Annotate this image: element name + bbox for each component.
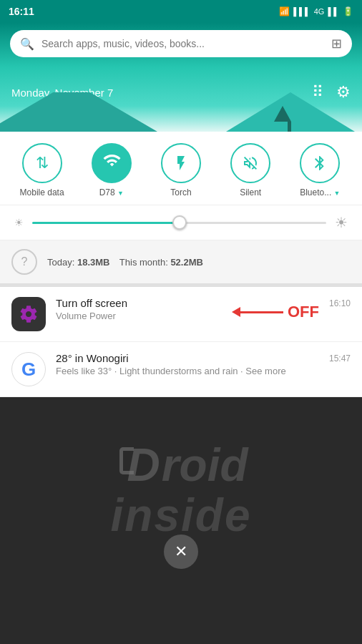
close-button[interactable]: ✕ <box>164 535 198 569</box>
tree-trunk <box>288 122 291 132</box>
bluetooth-label: Blueto... ▼ <box>300 187 340 197</box>
data-usage-text: Today: 18.3MB This month: 52.2MB <box>47 257 210 268</box>
apps-grid-icon[interactable]: ⠿ <box>312 83 323 102</box>
droid-line2: inside <box>111 490 252 540</box>
wifi-label: D78 ▼ <box>99 187 124 197</box>
signal-icon: ▌▌▌ <box>293 7 310 16</box>
torch-label: Torch <box>170 187 191 197</box>
weather-content: 28° in Wonogiri Feels like 33° · Light t… <box>56 352 351 376</box>
header-icons: ⠿ ⚙ <box>312 83 351 102</box>
search-icon: 🔍 <box>20 37 34 51</box>
toggle-torch[interactable]: Torch <box>152 143 210 197</box>
brightness-low-icon: ☀ <box>14 217 24 228</box>
notification-weather[interactable]: G 28° in Wonogiri Feels like 33° · Light… <box>0 342 362 397</box>
signal2-icon: ▌▌ <box>328 7 339 16</box>
toggle-bluetooth[interactable]: Blueto... ▼ <box>291 143 348 197</box>
search-input-container[interactable]: 🔍 ⊞ <box>10 30 352 57</box>
droid-inside-logo: D roid inside <box>111 440 252 541</box>
month-label: This month: 52.2MB <box>119 257 203 268</box>
off-label: OFF <box>288 303 319 321</box>
notifications-panel: Turn off screen Volume Power 16:10 OFF G… <box>0 287 362 397</box>
brightness-high-icon: ☀ <box>335 214 348 231</box>
data-usage-row: ? Today: 18.3MB This month: 52.2MB <box>0 240 362 284</box>
quick-toggles-panel: ⇅ Mobile data D78 ▼ Torch Silent <box>0 132 362 205</box>
mobile-data-label: Mobile data <box>20 187 64 197</box>
turn-off-screen-time: 16:10 <box>329 298 351 308</box>
status-time: 16:11 <box>9 6 34 17</box>
tree-decoration <box>280 106 298 132</box>
weather-title: 28° in Wonogiri <box>56 352 351 364</box>
off-arrow <box>233 308 283 316</box>
off-arrow-head <box>232 307 240 317</box>
toggle-wifi[interactable]: D78 ▼ <box>83 143 140 197</box>
turn-off-screen-icon <box>11 297 46 331</box>
today-label: Today: 18.3MB <box>47 257 109 268</box>
off-annotation: OFF <box>233 303 319 321</box>
battery-icon: 🔋 <box>343 6 353 16</box>
droid-line1: D roid <box>111 440 252 490</box>
silent-circle <box>230 143 270 183</box>
silent-label: Silent <box>240 187 261 197</box>
grid-view-icon[interactable]: ⊞ <box>331 36 342 52</box>
brightness-row: ☀ ☀ <box>0 205 362 240</box>
bluetooth-circle <box>300 143 340 183</box>
status-icons: 📶 ▌▌▌ 4G ▌▌ 🔋 <box>279 6 353 16</box>
torch-circle <box>161 143 201 183</box>
date-label: Monday, November 7 <box>11 87 113 99</box>
data-usage-icon: ? <box>11 249 37 275</box>
weather-time: 15:47 <box>329 353 351 364</box>
weather-subtitle: Feels like 33° · Light thunderstorms and… <box>56 366 351 376</box>
mobile-data-circle: ⇅ <box>22 143 62 183</box>
notification-turn-off-screen[interactable]: Turn off screen Volume Power 16:10 OFF <box>0 287 362 342</box>
off-arrow-line <box>240 311 283 313</box>
search-bar: 🔍 ⊞ <box>0 23 362 67</box>
toggle-silent[interactable]: Silent <box>222 143 279 197</box>
settings-icon[interactable]: ⚙ <box>336 83 351 102</box>
bracket-icon <box>119 447 134 474</box>
dark-bottom-area: D roid inside ✕ <box>0 397 362 583</box>
header-section: Monday, November 7 ⠿ ⚙ <box>0 67 362 132</box>
brightness-slider[interactable] <box>32 222 326 224</box>
search-input[interactable] <box>41 38 324 49</box>
wifi-circle <box>92 143 132 183</box>
toggle-mobile-data[interactable]: ⇅ Mobile data <box>14 143 71 197</box>
status-bar: 16:11 📶 ▌▌▌ 4G ▌▌ 🔋 <box>0 0 362 23</box>
wifi-icon: 📶 <box>279 6 290 16</box>
google-icon: G <box>11 352 46 386</box>
network-type: 4G <box>314 7 325 16</box>
tree-top <box>274 106 291 122</box>
